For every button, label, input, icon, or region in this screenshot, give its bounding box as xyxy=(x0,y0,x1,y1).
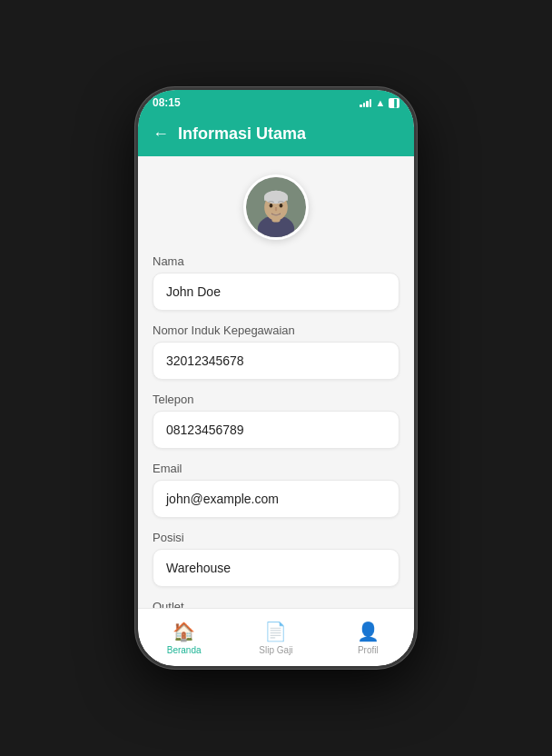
field-group-telepon-field: Telepon08123456789 xyxy=(153,393,399,449)
email-field[interactable]: john@example.com xyxy=(153,480,399,518)
nav-beranda-label: Beranda xyxy=(167,645,202,655)
signal-icon xyxy=(360,98,371,107)
content-area: NamaJohn DoeNomor Induk Kepegawaian32012… xyxy=(138,156,414,608)
page-title: Informasi Utama xyxy=(178,124,306,144)
field-label-email-field: Email xyxy=(153,462,399,475)
back-button[interactable]: ← xyxy=(153,124,169,144)
avatar-section xyxy=(138,156,414,254)
field-label-outlet-field: Outlet xyxy=(153,600,399,608)
field-group-email-field: Emailjohn@example.com xyxy=(153,462,399,518)
avatar[interactable] xyxy=(243,174,309,240)
field-label-nik-field: Nomor Induk Kepegawaian xyxy=(153,323,399,337)
status-bar: 08:15 ▲ ▐ xyxy=(138,90,414,115)
battery-icon: ▐ xyxy=(389,98,399,108)
phone-frame: 08:15 ▲ ▐ ← Informasi Utama xyxy=(135,87,417,669)
nav-slip-gaji[interactable]: 📄Slip Gaji xyxy=(230,621,321,655)
svg-point-7 xyxy=(280,204,283,208)
telepon-field[interactable]: 08123456789 xyxy=(153,411,399,449)
app-header: ← Informasi Utama xyxy=(138,115,414,156)
field-group-nama-field: NamaJohn Doe xyxy=(153,254,399,311)
phone-inner: 08:15 ▲ ▐ ← Informasi Utama xyxy=(138,90,414,666)
field-label-nama-field: Nama xyxy=(153,254,399,268)
wifi-icon: ▲ xyxy=(375,97,385,108)
field-group-posisi-field: PosisiWarehouse xyxy=(153,531,399,587)
nav-slip-gaji-icon: 📄 xyxy=(264,621,287,642)
nav-profil-icon: 👤 xyxy=(357,621,380,642)
svg-point-6 xyxy=(270,204,273,208)
field-group-outlet-field: Outlet xyxy=(153,600,399,608)
nav-profil-label: Profil xyxy=(358,645,379,655)
bottom-nav: 🏠Beranda📄Slip Gaji👤Profil xyxy=(138,608,414,666)
nav-slip-gaji-label: Slip Gaji xyxy=(259,645,292,655)
nav-beranda-icon: 🏠 xyxy=(172,621,195,642)
nav-profil[interactable]: 👤Profil xyxy=(322,621,414,655)
status-icons: ▲ ▐ xyxy=(360,97,399,108)
nik-field[interactable]: 32012345678 xyxy=(153,342,399,380)
nama-field[interactable]: John Doe xyxy=(153,273,399,311)
field-label-telepon-field: Telepon xyxy=(153,393,399,406)
form-section: NamaJohn DoeNomor Induk Kepegawaian32012… xyxy=(138,254,414,608)
status-time: 08:15 xyxy=(153,96,181,109)
field-label-posisi-field: Posisi xyxy=(153,531,399,544)
avatar-image xyxy=(246,174,306,240)
field-group-nik-field: Nomor Induk Kepegawaian32012345678 xyxy=(153,323,399,380)
nav-beranda[interactable]: 🏠Beranda xyxy=(138,621,230,655)
posisi-field[interactable]: Warehouse xyxy=(153,549,399,587)
